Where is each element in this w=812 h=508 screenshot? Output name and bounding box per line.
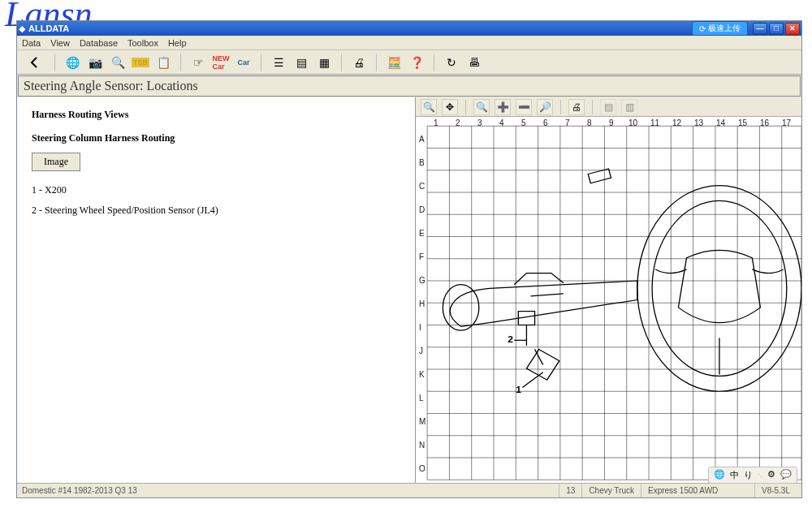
toolbar-separator — [180, 54, 181, 71]
grid-col-label: 10 — [628, 118, 637, 127]
grid-row-label: O — [419, 464, 425, 473]
window-app-icon: ◆ — [19, 24, 25, 34]
tray-globe-icon[interactable]: 🌐 — [714, 469, 725, 481]
callout-1: 1 — [516, 385, 521, 395]
grid-col-label: 12 — [672, 118, 681, 127]
harness-subheading: Steering Column Harness Routing — [32, 132, 400, 144]
globe-icon[interactable]: 🌐 — [63, 54, 81, 71]
grid-row-label: E — [419, 229, 425, 238]
callout-2: 2 — [508, 334, 513, 345]
search-doc-icon[interactable]: 🔍 — [109, 54, 127, 71]
pan-icon[interactable]: ✥ — [442, 99, 458, 115]
tray-sound-icon[interactable]: り — [744, 469, 753, 481]
grid-row-label: D — [419, 205, 425, 214]
right-pane: 🔍 ✥ 🔍 ➕ ➖ 🔎 🖨 ▤ ▥ — [415, 97, 801, 483]
menu-bar: Data View Database Toolbox Help — [17, 36, 801, 50]
upload-speed-label: 极速上传 — [708, 23, 741, 34]
new-car-icon[interactable]: NEWCar — [212, 54, 230, 71]
media-icon[interactable]: ▦ — [315, 54, 333, 71]
grid-col-label: 13 — [694, 118, 703, 127]
menu-toolbox[interactable]: Toolbox — [127, 38, 158, 48]
harness-heading: Harness Routing Views — [32, 109, 400, 121]
columns-icon[interactable]: ▤ — [292, 54, 310, 71]
camera-icon[interactable]: 📷 — [86, 54, 104, 71]
toolbar-separator — [560, 100, 561, 114]
grid-col-label: 15 — [738, 118, 747, 127]
legend-item-2: 2 - Steering Wheel Speed/Position Sensor… — [32, 204, 400, 217]
grid-row-label: N — [419, 441, 425, 450]
diagram-svg: 2 1 — [416, 117, 801, 483]
grid-col-label: 2 — [456, 118, 460, 127]
close-button[interactable]: ✕ — [785, 23, 800, 35]
print-setup-icon[interactable]: 🖶 — [465, 54, 483, 71]
print-diagram-icon[interactable]: 🖨 — [568, 99, 585, 115]
zoom-reset-icon[interactable]: 🔎 — [537, 99, 553, 115]
grid-col-label: 11 — [650, 118, 659, 127]
menu-database[interactable]: Database — [80, 38, 118, 48]
menu-view[interactable]: View — [50, 38, 70, 48]
calculator-icon[interactable]: 🧮 — [385, 54, 403, 71]
grid-col-label: 6 — [543, 118, 548, 127]
grid-row-label: A — [419, 135, 425, 144]
content-area: Harness Routing Views Steering Column Ha… — [17, 97, 801, 483]
tray-moon-icon[interactable]: 中 — [730, 469, 739, 481]
grid-row-label: L — [419, 394, 424, 403]
menu-help[interactable]: Help — [168, 38, 187, 48]
minimize-button[interactable]: — — [753, 23, 767, 35]
diagram-canvas[interactable]: 2 1 1 2 3 4 5 6 7 8 9 10 11 12 13 14 15 … — [416, 117, 801, 483]
tsb-icon[interactable]: TSB — [132, 54, 149, 71]
tray-wheel-icon[interactable]: ⚙ — [767, 469, 775, 481]
tray-icons: 🌐 中 り ·. ⚙ 💬 — [708, 467, 797, 484]
toolbar-separator — [261, 54, 261, 71]
back-button[interactable] — [24, 54, 46, 71]
grid-col-label: 5 — [521, 118, 526, 127]
help-question-icon[interactable]: ❓ — [408, 54, 425, 71]
window-buttons: — □ ✕ — [753, 23, 800, 35]
page-next-icon[interactable]: ▥ — [621, 99, 637, 115]
status-engine: V8-5.3L — [754, 484, 797, 497]
toolbar-separator — [341, 54, 342, 71]
grid-row-label: K — [419, 370, 425, 379]
toolbar-separator — [434, 54, 434, 71]
zoom-out-icon[interactable]: ➖ — [516, 99, 532, 115]
tray-sep: ·. — [758, 469, 762, 481]
menu-data[interactable]: Data — [22, 38, 41, 48]
refresh-icon[interactable]: ↻ — [443, 54, 460, 71]
tray-chat-icon[interactable]: 💬 — [780, 469, 792, 481]
window-title: ALLDATA — [25, 24, 692, 33]
grid-col-label: 3 — [477, 118, 482, 127]
grid-row-label: I — [419, 323, 421, 332]
status-model: Express 1500 AWD — [641, 484, 754, 497]
page-prev-icon[interactable]: ▤ — [600, 99, 616, 115]
clipboard-icon[interactable]: 📋 — [154, 54, 172, 71]
upload-icon: ⟳ — [699, 24, 706, 33]
grid-row-label: G — [419, 276, 425, 285]
zoom-in-icon[interactable]: ➕ — [495, 99, 511, 115]
svg-line-40 — [522, 372, 542, 388]
grid-row-label: J — [419, 347, 423, 355]
grid-col-label: 16 — [760, 118, 769, 127]
main-toolbar: 🌐 📷 🔍 TSB 📋 ☞ NEWCar Car ☰ ▤ ▦ 🖨 🧮 ❓ ↻ 🖶 — [17, 50, 801, 75]
hand-point-icon[interactable]: ☞ — [189, 54, 207, 71]
maximize-button[interactable]: □ — [769, 23, 784, 35]
image-button[interactable]: Image — [32, 153, 80, 171]
status-bar: Domestic #14 1982-2013 Q3 13 13 Chevy Tr… — [17, 483, 801, 497]
diagram-toolbar: 🔍 ✥ 🔍 ➕ ➖ 🔎 🖨 ▤ ▥ — [416, 97, 801, 117]
upload-speed-button[interactable]: ⟳ 极速上传 — [692, 21, 748, 36]
status-count: 13 — [559, 484, 581, 497]
status-domestic: Domestic #14 1982-2013 Q3 13 — [22, 486, 137, 495]
grid-col-label: 9 — [609, 118, 614, 127]
zoom-fit-icon[interactable]: 🔍 — [421, 99, 437, 115]
grid-row-label: H — [419, 299, 425, 308]
list-view-icon[interactable]: ☰ — [270, 54, 287, 71]
title-bar: ◆ ALLDATA ⟳ 极速上传 — □ ✕ — [17, 21, 801, 36]
grid-col-label: 8 — [587, 118, 592, 127]
car-icon[interactable]: Car — [235, 54, 253, 71]
grid-row-label: M — [419, 417, 425, 426]
grid-col-label: 7 — [565, 118, 570, 127]
status-make: Chevy Truck — [581, 484, 641, 497]
grid-row-label: F — [419, 252, 424, 261]
zoom-window-icon[interactable]: 🔍 — [473, 99, 490, 115]
grid-row-label: B — [419, 158, 425, 167]
print-icon[interactable]: 🖨 — [350, 54, 368, 71]
